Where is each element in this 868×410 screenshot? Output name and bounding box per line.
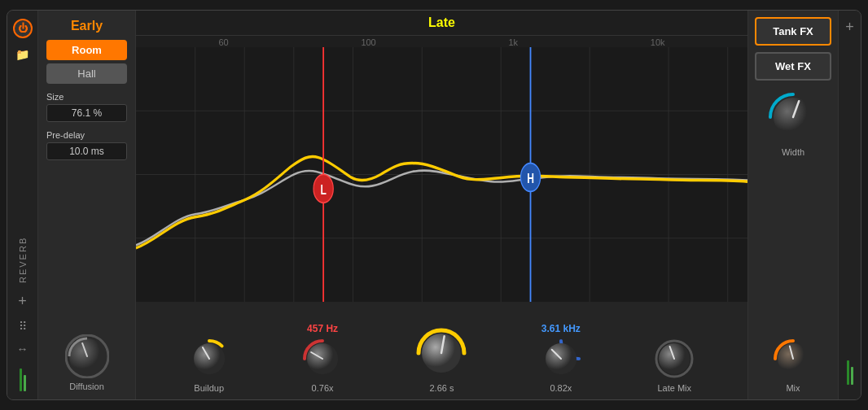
decay-knob[interactable]	[414, 326, 468, 380]
main-area: Late 60 100 1k 10k	[136, 11, 748, 399]
predelay-value[interactable]: 10.0 ms	[46, 142, 127, 160]
freq-10k: 10k	[651, 37, 665, 47]
diffusion-label: Diffusion	[69, 382, 104, 391]
late-mix-label: Late Mix	[657, 383, 691, 393]
power-icon: ⏻	[18, 23, 28, 34]
buildup-knob[interactable]	[188, 338, 230, 380]
reverb-label: REVERB	[18, 71, 28, 283]
late-mix-knob[interactable]	[653, 338, 695, 380]
folder-icon[interactable]: 📁	[15, 48, 29, 61]
freq-labels: 60 100 1k 10k	[136, 36, 747, 47]
low-freq-label: 457 Hz	[307, 323, 338, 334]
freq-100: 100	[361, 37, 375, 47]
low-filter-label: 0.76x	[312, 383, 334, 393]
freq-1k: 1k	[508, 37, 518, 47]
diffusion-area: Diffusion	[46, 334, 127, 391]
late-mix-group: Late Mix	[653, 320, 695, 393]
right-sidebar: +	[838, 11, 861, 399]
high-filter-group: 3.61 kHz 0.82x	[540, 323, 582, 393]
meter-left	[20, 369, 26, 391]
size-value[interactable]: 76.1 %	[46, 104, 127, 122]
eq-svg: L H	[136, 47, 747, 302]
mix-knob-area: Mix	[755, 338, 831, 393]
predelay-label: Pre-delay	[46, 130, 127, 140]
plus-icon[interactable]: +	[18, 293, 27, 310]
right-plus-icon[interactable]: +	[845, 19, 854, 36]
late-header: Late	[136, 11, 747, 36]
hall-button[interactable]: Hall	[46, 63, 127, 84]
early-title: Early	[46, 19, 127, 33]
high-filter-label: 0.82x	[550, 383, 572, 393]
arrow-icon[interactable]: ↔	[17, 342, 28, 355]
decay-label: 2.66 s	[429, 383, 454, 393]
grid-icon[interactable]: ⠿	[19, 320, 27, 333]
wet-fx-button[interactable]: Wet FX	[755, 52, 831, 81]
diffusion-knob[interactable]	[65, 334, 109, 378]
high-freq-label: 3.61 kHz	[541, 323, 581, 334]
size-label: Size	[46, 92, 127, 102]
width-knob[interactable]	[766, 90, 820, 144]
width-label: Width	[782, 147, 804, 157]
width-knob-area: Width	[755, 90, 831, 157]
buildup-group: Buildup	[188, 320, 230, 393]
tank-fx-button[interactable]: Tank FX	[755, 17, 831, 46]
low-filter-knob[interactable]	[301, 338, 344, 380]
left-sidebar: ⏻ 📁 REVERB + ⠿ ↔	[7, 11, 38, 399]
mix-knob[interactable]	[772, 338, 814, 380]
svg-text:L: L	[320, 181, 326, 198]
svg-text:H: H	[527, 170, 534, 186]
eq-display: L H	[136, 47, 747, 302]
early-section: Early Room Hall Size 76.1 % Pre-delay 10…	[38, 11, 136, 399]
right-panel: Tank FX Wet FX Width	[748, 11, 838, 399]
power-button[interactable]: ⏻	[13, 19, 33, 38]
high-filter-knob[interactable]	[540, 338, 582, 380]
controls-row: Buildup 457 Hz 0.76x	[136, 302, 747, 399]
mix-label: Mix	[786, 383, 800, 393]
decay-group: 2.66 s	[414, 308, 468, 393]
meter-right	[847, 360, 853, 385]
low-filter-group: 457 Hz 0.76x	[301, 323, 344, 393]
freq-60: 60	[218, 37, 228, 47]
room-button[interactable]: Room	[46, 40, 127, 60]
plugin-container: ⏻ 📁 REVERB + ⠿ ↔ Early Room Hall Size 76…	[7, 10, 861, 400]
buildup-label: Buildup	[194, 383, 224, 393]
